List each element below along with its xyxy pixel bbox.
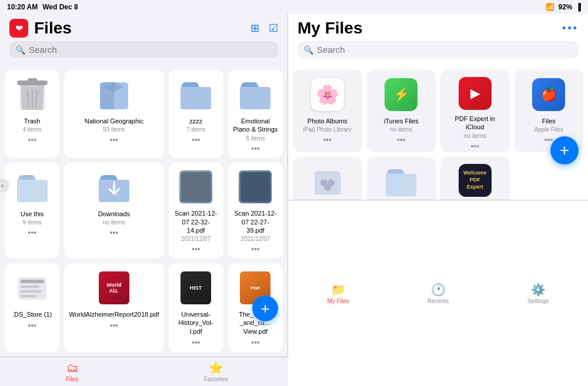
file-item-usethis[interactable]: Use this 9 items ••• (5, 163, 59, 259)
file-item-scan2[interactable]: Scan 2021-12-07 22-27-39.pdf 2021/12/07 … (228, 163, 283, 259)
status-time: 10:20 AM (7, 3, 38, 11)
tab-settings-icon: ⚙️ (531, 283, 546, 297)
pdf-expert-label: PDF Expert in iCloud (445, 115, 505, 132)
right-search-input[interactable] (317, 45, 573, 55)
file-item-itunes[interactable]: ⚡ iTunes Files no items ••• (367, 70, 436, 152)
dsstore-label: .DS_Store (1) (12, 310, 52, 318)
alzheimer-icon: WorldAlz. (96, 270, 132, 306)
left-panel-header: ❤ Files ⊞ ☑ 🔍 (0, 14, 288, 65)
file-item-photo-albums[interactable]: 🌸 Photo Albums iPad Photo Library ••• (293, 70, 362, 152)
thevalu-dots[interactable]: ••• (251, 338, 260, 347)
left-search-bar[interactable]: 🔍 (9, 41, 278, 58)
wifi-icon: 📶 (546, 3, 554, 11)
apple-files-icon: 🍎 (531, 77, 566, 112)
right-tab-bar: 📁 My Files 🕐 Recents ⚙️ Settings (288, 200, 588, 386)
tab-settings-label: Settings (527, 298, 549, 304)
svg-rect-10 (21, 290, 42, 293)
dsstore-dots[interactable]: ••• (28, 321, 36, 330)
downloads-icon (96, 170, 132, 205)
file-item-trash[interactable]: Trash 4 items ••• (5, 70, 59, 158)
tab-files[interactable]: 🗂 Files (0, 357, 144, 386)
scan1-meta: 2021/12/07 (181, 236, 211, 242)
universal-dots[interactable]: ••• (192, 338, 201, 347)
downloads-meta: no items (103, 219, 125, 226)
scan2-icon (238, 170, 273, 205)
untitled-icon (383, 164, 419, 199)
tab-favorites-icon: ⭐ (209, 361, 223, 375)
tab-favorites[interactable]: ⭐ Favorites (144, 357, 288, 386)
zzzz-dots[interactable]: ••• (192, 135, 201, 145)
trash-dots[interactable]: ••• (28, 135, 36, 145)
left-search-input[interactable] (29, 45, 272, 55)
photo-albums-meta: iPad Photo Library (303, 126, 352, 133)
apple-files-meta: Apple Files (534, 126, 563, 133)
right-panel: My Files ••• 🔍 🌸 Photo Albums iPad Photo… (288, 14, 588, 386)
universal-label: Universal-History_Vol-I.pdf (173, 310, 219, 335)
scan2-dots[interactable]: ••• (251, 244, 260, 254)
tab-recents-label: Recents (427, 298, 449, 304)
trash-label: Trash (24, 117, 41, 125)
nat-geo-dots[interactable]: ••• (110, 135, 119, 145)
fab-left[interactable]: + (252, 296, 278, 321)
alzheimer-label: WorldAlzheimerReport2018.pdf (69, 310, 159, 318)
scan1-dots[interactable]: ••• (192, 244, 201, 254)
file-item-untitled[interactable]: untitled folder no items ••• (367, 157, 436, 200)
nat-geo-label: National Geographic (85, 117, 143, 125)
tab-my-files[interactable]: 📁 My Files (288, 200, 388, 386)
app-icon[interactable]: ❤ (9, 19, 28, 38)
left-panel: ❤ Files ⊞ ☑ 🔍 ‹ (0, 14, 288, 386)
photo-albums-icon: 🌸 (310, 77, 345, 112)
piano-dots[interactable]: ••• (251, 144, 260, 153)
usethis-dots[interactable]: ••• (28, 228, 36, 237)
battery-percentage: 92% (558, 3, 572, 11)
usethis-icon (15, 170, 50, 205)
itunes-dots[interactable]: ••• (397, 135, 406, 145)
photo-albums-dots[interactable]: ••• (323, 135, 332, 145)
file-item-national-geo[interactable]: National Geographic 93 items ••• (64, 70, 163, 158)
tab-files-label: Files (66, 376, 78, 382)
downloads-dots[interactable]: ••• (110, 228, 119, 237)
downloads-label: Downloads (98, 210, 130, 218)
nat-geo-meta: 93 items (103, 126, 125, 133)
grid-view-icon[interactable]: ⊞ (250, 22, 259, 35)
left-file-grid: Trash 4 items ••• National Geographic 9 (0, 65, 288, 357)
pdf-expert-dots[interactable]: ••• (470, 142, 479, 151)
tab-my-files-icon: 📁 (331, 283, 346, 297)
fab-right[interactable]: + (550, 136, 579, 165)
left-panel-title: Files (34, 19, 72, 38)
file-item-zzzz[interactable]: zzzz 7 items ••• (169, 70, 223, 158)
battery-icon: ▐ (576, 3, 581, 11)
alzheimer-dots[interactable]: ••• (110, 321, 119, 330)
file-item-universal[interactable]: HIST Universal-History_Vol-I.pdf ••• (169, 263, 223, 352)
file-item-scan1[interactable]: Scan 2021-12-07 22-32-14.pdf 2021/12/07 … (169, 163, 223, 259)
apple-files-label: Files (542, 117, 556, 125)
zzzz-label: zzzz (189, 117, 202, 125)
file-item-recently-deleted[interactable]: Recently Deleted no items ••• (293, 157, 362, 200)
usethis-meta: 9 items (23, 219, 42, 226)
zzzz-icon (178, 77, 213, 112)
tab-settings[interactable]: ⚙️ Settings (488, 200, 588, 386)
check-icon[interactable]: ☑ (269, 22, 278, 35)
file-item-piano[interactable]: Emotional Piano & Strings 6 items ••• (228, 70, 283, 158)
right-search-bar[interactable]: 🔍 (298, 41, 579, 58)
file-item-alzheimer[interactable]: WorldAlz. WorldAlzheimerReport2018.pdf •… (64, 263, 163, 352)
status-date: Wed Dec 8 (42, 3, 78, 11)
file-item-pdf-expert[interactable]: ▶ PDF Expert in iCloud no items ••• (440, 70, 510, 152)
dsstore-icon (15, 270, 50, 306)
scan2-label: Scan 2021-12-07 22-27-39.pdf (233, 209, 278, 234)
file-item-dsstore[interactable]: .DS_Store (1) ••• (5, 263, 59, 352)
search-icon-left: 🔍 (15, 45, 25, 55)
file-item-welcome[interactable]: Welcome PDF Expert ● 欢迎使用 PDF Expert 202… (440, 157, 510, 200)
trash-meta: 4 items (23, 126, 42, 133)
piano-icon (238, 77, 273, 112)
tab-recents-icon: 🕐 (431, 283, 446, 297)
recently-deleted-icon (310, 164, 345, 199)
national-geo-icon (96, 77, 132, 112)
status-bar: 10:20 AM Wed Dec 8 📶 92% ▐ (0, 0, 588, 14)
tab-recents[interactable]: 🕐 Recents (388, 200, 488, 386)
svg-rect-9 (21, 286, 39, 288)
right-dots-button[interactable]: ••• (562, 22, 579, 35)
svg-point-14 (324, 184, 331, 191)
file-item-downloads[interactable]: Downloads no items ••• (64, 163, 163, 259)
scan1-icon (178, 170, 213, 205)
